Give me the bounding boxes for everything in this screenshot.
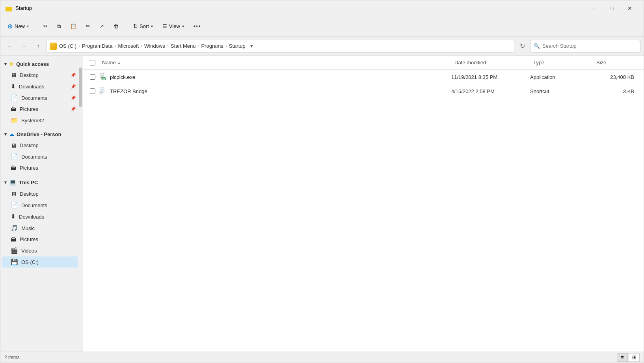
file-size-1: 3 KB (593, 88, 640, 94)
sidebar-item-desktop-od[interactable]: 🖥 Desktop (2, 140, 81, 151)
forward-button[interactable]: → (18, 40, 30, 52)
select-all-checkbox[interactable] (90, 60, 95, 65)
downloads-qa-icon: ⬇ (11, 83, 16, 90)
column-header-date[interactable]: Date modified (451, 58, 530, 67)
sidebar-item-label: System32 (21, 118, 44, 123)
search-icon: 🔍 (534, 43, 540, 49)
breadcrumb-item-3[interactable]: Windows (144, 43, 165, 49)
this-pc-label: This PC (19, 180, 38, 185)
sidebar-item-downloads-pc[interactable]: ⬇ Downloads (2, 211, 81, 222)
sidebar-item-label: Documents (21, 95, 47, 101)
file-checkbox-0 (86, 74, 99, 80)
cut-icon: ✂ (43, 23, 48, 29)
items-count: 2 items (4, 355, 20, 360)
back-button[interactable]: ← (4, 40, 16, 52)
delete-icon: 🗑 (114, 23, 119, 29)
file-row-checkbox[interactable] (90, 74, 95, 80)
view-list-button[interactable]: ≡ (617, 353, 628, 362)
file-list: EXE picpick.exe 11/19/2021 8:35 PM Appli… (83, 70, 644, 352)
view-label: View (169, 23, 180, 29)
table-row[interactable]: TREZOR Bridge 4/15/2022 2:58 PM Shortcut… (83, 84, 644, 98)
breadcrumb-item-1[interactable]: ProgramData (82, 43, 112, 49)
sidebar-section-quick-access[interactable]: ▾ ★ Quick access (0, 59, 82, 69)
scrollbar-thumb[interactable] (79, 67, 82, 107)
name-sort-icon: ▲ (117, 61, 121, 65)
sidebar-item-osc-pc[interactable]: 💾 OS (C:) (2, 256, 81, 268)
size-column-label: Size (596, 60, 606, 65)
breadcrumb-item-4[interactable]: Start Menu (171, 43, 196, 49)
paste-button[interactable]: 📋 (66, 19, 80, 34)
cut-button[interactable]: ✂ (39, 19, 52, 34)
view-list-icon: ≡ (621, 354, 624, 360)
breadcrumb-item-6[interactable]: Startup (229, 43, 246, 49)
music-pc-icon: 🎵 (11, 225, 18, 232)
up-icon: ↑ (37, 43, 40, 49)
sidebar-item-music-pc[interactable]: 🎵 Music (2, 223, 81, 234)
search-input[interactable] (542, 43, 637, 49)
copy-button[interactable]: ⧉ (53, 19, 65, 34)
sidebar-item-desktop-pc[interactable]: 🖥 Desktop (2, 189, 81, 199)
sidebar-item-label: Desktop (20, 191, 39, 197)
sidebar-item-downloads-qa[interactable]: ⬇ Downloads 📌 (2, 81, 81, 92)
toolbar-sep-1 (36, 21, 36, 32)
breadcrumb-item-2[interactable]: Microsoft (118, 43, 139, 49)
close-button[interactable]: ✕ (621, 2, 639, 15)
svg-text:EXE: EXE (101, 78, 106, 80)
sidebar-section-this-pc[interactable]: ▾ 💻 This PC (0, 176, 82, 188)
sidebar-item-label: Videos (21, 248, 37, 254)
sidebar-item-documents-qa[interactable]: 📄 Documents 📌 (2, 92, 81, 103)
view-toggle: ≡ ⊞ (617, 353, 640, 362)
sidebar-item-label: Documents (21, 202, 47, 208)
search-box: 🔍 (530, 40, 640, 52)
more-button[interactable]: ••• (190, 19, 205, 34)
sidebar-item-documents-pc[interactable]: 📄 Documents (2, 200, 81, 211)
new-button[interactable]: ⊕ New ▾ (4, 19, 33, 34)
file-size-0: 23,400 KB (593, 74, 640, 80)
sidebar-item-pictures-od[interactable]: 🏔 Pictures (2, 163, 81, 173)
desktop-qa-icon: 🖥 (11, 72, 17, 79)
minimize-button[interactable]: — (584, 2, 603, 15)
breadcrumb-dropdown-button[interactable]: ▾ (246, 41, 257, 52)
status-bar: 2 items ≡ ⊞ (0, 352, 644, 363)
rename-button[interactable]: ✏ (82, 19, 94, 34)
file-name-text-1: TREZOR Bridge (110, 88, 147, 94)
more-icon: ••• (194, 23, 201, 29)
refresh-button[interactable]: ↻ (516, 40, 529, 52)
file-shortcut-icon (99, 87, 107, 96)
address-bar: ← → ↑ OS (C:) › ProgramData › Microsoft … (0, 37, 644, 56)
file-name-text-0: picpick.exe (110, 74, 135, 80)
view-button[interactable]: ☰ View ▾ (158, 19, 188, 34)
sidebar-item-documents-od[interactable]: 📄 Documents (2, 151, 81, 162)
share-button[interactable]: ↗ (96, 19, 108, 34)
column-header-type[interactable]: Type (530, 58, 593, 67)
forward-icon: → (21, 43, 27, 49)
sidebar-item-pictures-pc[interactable]: 🏔 Pictures (2, 234, 81, 245)
delete-button[interactable]: 🗑 (110, 19, 123, 34)
sidebar-item-videos-pc[interactable]: 🎬 Videos (2, 245, 81, 256)
view-icon: ☰ (162, 23, 167, 29)
file-row-checkbox[interactable] (90, 88, 95, 94)
type-column-label: Type (533, 60, 544, 65)
sidebar-item-desktop-qa[interactable]: 🖥 Desktop 📌 (2, 70, 81, 80)
up-button[interactable]: ↑ (32, 40, 45, 52)
column-header-size[interactable]: Size (593, 58, 640, 67)
sidebar-item-label: Documents (21, 154, 47, 160)
sidebar-item-pictures-qa[interactable]: 🏔 Pictures 📌 (2, 104, 81, 114)
sidebar-item-system32-qa[interactable]: 📁 System32 (2, 115, 81, 126)
sort-button[interactable]: ⇅ Sort ▾ (129, 19, 157, 34)
breadcrumb-item-5[interactable]: Programs (201, 43, 223, 49)
view-arrow-icon: ▾ (182, 24, 184, 28)
pin-icon: 📌 (71, 73, 76, 78)
file-name-0: EXE picpick.exe (99, 73, 451, 82)
sidebar-item-label: Music (21, 225, 35, 231)
file-date-1: 4/15/2022 2:58 PM (451, 88, 530, 94)
view-grid-button[interactable]: ⊞ (629, 353, 640, 362)
breadcrumb-item-0[interactable]: OS (C:) (59, 43, 76, 49)
new-arrow-icon: ▾ (27, 24, 29, 28)
sidebar-section-onedrive[interactable]: ▾ ☁ OneDrive - Person (0, 129, 82, 140)
toolbar-sep-2 (126, 21, 126, 32)
column-header-name[interactable]: Name ▲ (99, 58, 451, 67)
sidebar-item-label: Pictures (20, 106, 38, 112)
maximize-button[interactable]: □ (603, 2, 621, 15)
table-row[interactable]: EXE picpick.exe 11/19/2021 8:35 PM Appli… (83, 70, 644, 84)
